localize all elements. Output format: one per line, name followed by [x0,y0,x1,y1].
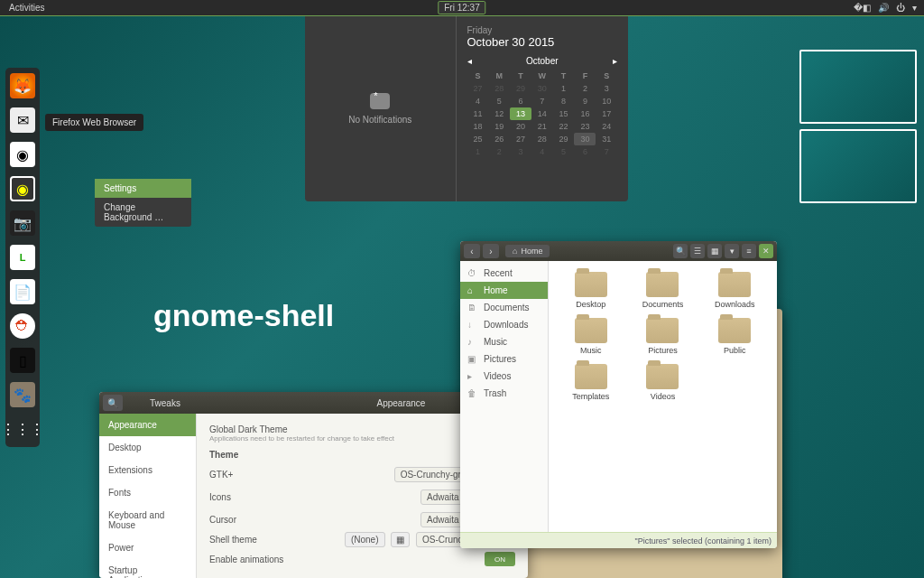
calendar-day[interactable]: 7 [531,95,553,107]
dock-apps-icon[interactable]: ⋮⋮⋮ [10,416,35,442]
calendar-day[interactable]: 28 [488,82,510,95]
dock-firefox-icon[interactable]: 🦊 [10,73,35,98]
calendar-day[interactable]: 13 [510,107,531,120]
dock-notes-icon[interactable]: 📄 [10,279,35,304]
files-sidebar-item[interactable]: ▣Pictures [460,350,548,368]
calendar-day[interactable]: 29 [553,133,575,145]
clock-button[interactable]: Fri 12:37 [438,1,485,14]
tweaks-sidebar-item[interactable]: Power [99,536,196,559]
calendar-day[interactable]: 22 [553,120,575,133]
calendar-day[interactable]: 1 [467,145,489,158]
calendar-day[interactable]: 3 [510,145,531,158]
calendar-day[interactable]: 7 [596,145,617,158]
calendar-day[interactable]: 10 [596,95,617,107]
calendar-day[interactable]: 18 [467,120,489,133]
calendar-day[interactable]: 23 [574,120,596,133]
calendar-day[interactable]: 4 [531,145,553,158]
view-list-icon[interactable]: ☰ [690,244,705,258]
dock-terminal-icon[interactable]: ▯ [10,348,35,373]
dock-office-icon[interactable]: L [10,245,35,270]
calendar-day[interactable]: 9 [574,95,596,107]
files-titlebar[interactable]: ‹ › ⌂Home 🔍 ☰ ▦ ▾ ≡ ✕ [460,241,777,261]
nav-back-icon[interactable]: ‹ [464,244,480,258]
calendar-next-icon[interactable]: ▸ [613,56,617,66]
calendar-day[interactable]: 6 [574,145,596,158]
folder-item[interactable]: Pictures [632,318,695,355]
files-sidebar-item[interactable]: 🗎Documents [460,299,548,316]
calendar-day[interactable]: 16 [574,107,596,120]
calendar-day[interactable]: 29 [510,82,531,95]
tweaks-sidebar-item[interactable]: Keyboard and Mouse [99,504,196,536]
search-icon[interactable]: 🔍 [673,244,688,258]
shell-browse-icon[interactable]: ▦ [391,532,410,547]
workspace-2[interactable] [799,129,917,203]
calendar-prev-icon[interactable]: ◂ [467,56,472,66]
nav-forward-icon[interactable]: › [483,244,499,258]
calendar-day[interactable]: 14 [531,107,553,120]
dock-camera-icon[interactable]: 📷 [10,210,35,236]
calendar-day[interactable]: 2 [574,82,596,95]
calendar-day[interactable]: 15 [553,107,575,120]
files-sidebar-item[interactable]: ↓Downloads [460,316,548,333]
tweaks-sidebar-item[interactable]: Fonts [99,481,196,504]
volume-icon[interactable]: 🔊 [878,3,889,13]
folder-item[interactable]: Music [559,318,623,355]
calendar-day[interactable]: 26 [488,133,510,145]
calendar-day[interactable]: 6 [510,95,531,107]
activities-button[interactable]: Activities [0,3,53,13]
animations-switch[interactable]: ON [485,552,515,566]
calendar-day[interactable]: 12 [488,107,510,120]
tweaks-sidebar-item[interactable]: Extensions [99,459,196,481]
calendar-day[interactable]: 21 [531,120,553,133]
calendar-day[interactable]: 5 [553,145,575,158]
folder-item[interactable]: Templates [559,364,623,401]
context-settings[interactable]: Settings [95,179,191,198]
calendar-day[interactable]: 19 [488,120,510,133]
calendar-day[interactable]: 1 [553,82,575,95]
calendar-day[interactable]: 3 [596,82,617,95]
calendar-day[interactable]: 17 [596,107,617,120]
calendar-day[interactable]: 8 [553,95,575,107]
files-sidebar-item[interactable]: ⌂Home [460,282,548,299]
view-grid-icon[interactable]: ▦ [707,244,722,258]
folder-item[interactable]: Public [703,318,766,355]
folder-item[interactable]: Desktop [559,272,623,309]
hamburger-icon[interactable]: ≡ [742,244,756,258]
calendar-day[interactable]: 5 [488,95,510,107]
files-sidebar-item[interactable]: ▸Videos [460,368,548,385]
network-icon[interactable]: �⁠◧ [854,3,871,13]
folder-item[interactable]: Downloads [703,272,766,309]
calendar-day[interactable]: 24 [596,120,617,133]
calendar-day[interactable]: 11 [467,107,489,120]
calendar-day[interactable]: 30 [531,82,553,95]
workspace-1[interactable] [799,50,917,124]
calendar-day[interactable]: 20 [510,120,531,133]
dock-chrome-icon[interactable]: ◉ [10,142,35,167]
calendar-day[interactable]: 30 [574,133,596,145]
calendar-day[interactable]: 27 [467,82,489,95]
dropdown-icon[interactable]: ▾ [912,3,917,13]
calendar-day[interactable]: 27 [510,133,531,145]
tweaks-sidebar-item[interactable]: Startup Applications [99,559,196,578]
path-bar[interactable]: ⌂Home [505,245,550,257]
files-sidebar-item[interactable]: ♪Music [460,333,548,350]
files-sidebar-item[interactable]: 🗑Trash [460,385,548,402]
dock-mail-icon[interactable]: ✉ [10,107,35,133]
dock-help-icon[interactable]: ⛑ [10,313,35,339]
calendar-day[interactable]: 31 [596,133,617,145]
close-icon[interactable]: ✕ [759,244,773,258]
view-menu-icon[interactable]: ▾ [725,244,739,258]
shell-none-button[interactable]: (None) [345,532,385,547]
calendar-day[interactable]: 28 [531,133,553,145]
power-icon[interactable]: ⏻ [896,3,905,13]
calendar-day[interactable]: 25 [467,133,489,145]
dock-media-icon[interactable]: ◉ [10,176,35,201]
folder-item[interactable]: Documents [632,272,695,309]
search-icon[interactable]: 🔍 [103,395,123,411]
dock-gimp-icon[interactable]: 🐾 [10,382,35,407]
folder-item[interactable]: Videos [632,364,695,401]
tweaks-sidebar-item[interactable]: Desktop [99,436,196,459]
files-sidebar-item[interactable]: ⏱Recent [460,265,548,282]
calendar-day[interactable]: 2 [488,145,510,158]
calendar-day[interactable]: 4 [467,95,489,107]
